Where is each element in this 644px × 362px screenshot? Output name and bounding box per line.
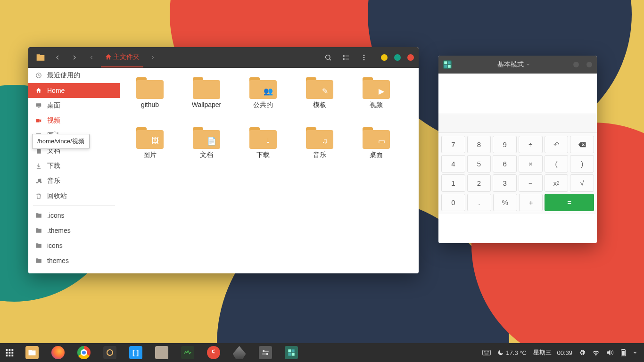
task-shotwell[interactable] xyxy=(97,343,123,362)
folder-item[interactable]: 👥公共的 xyxy=(237,74,289,122)
calc-key-6[interactable]: 6 xyxy=(493,155,517,173)
folder-item[interactable]: 🖼图片 xyxy=(124,124,176,172)
calc-key-1[interactable]: 1 xyxy=(441,174,465,192)
task-firefox[interactable] xyxy=(45,343,71,362)
sidebar-item-desktop[interactable]: 桌面 xyxy=(28,98,120,113)
calc-key-−[interactable]: − xyxy=(519,174,543,192)
taskbar[interactable]: [ ] ᑦ 17.3 °C 星期三 00:39 xyxy=(0,343,644,362)
calculator-mode-selector[interactable]: 基本模式 xyxy=(454,60,573,69)
folder-label: 桌面 xyxy=(370,151,383,159)
calc-key-([interactable]: ( xyxy=(545,155,569,173)
sidebar-bookmark[interactable]: .themes xyxy=(28,223,120,238)
network-indicator[interactable] xyxy=(592,349,600,356)
calc-key-√[interactable]: √ xyxy=(570,174,594,192)
calc-key-%[interactable]: % xyxy=(493,194,517,211)
svg-rect-1 xyxy=(343,55,345,57)
folder-item[interactable]: ▭桌面 xyxy=(350,124,402,172)
battery-indicator[interactable] xyxy=(620,349,626,356)
calc-key-)[interactable]: ) xyxy=(570,155,594,173)
download-icon xyxy=(35,162,42,170)
task-chrome[interactable] xyxy=(71,343,97,362)
task-calculator[interactable] xyxy=(278,343,304,362)
calc-key-4[interactable]: 4 xyxy=(441,155,465,173)
settings-indicator[interactable] xyxy=(579,349,586,356)
folder-item[interactable]: ▶视频 xyxy=(350,74,402,122)
sidebar-bookmark[interactable]: .icons xyxy=(28,208,120,223)
datetime-indicator[interactable]: 星期三 00:39 xyxy=(533,348,572,357)
nav-forward-button[interactable] xyxy=(67,50,82,65)
sidebar-item-recent[interactable]: 最近使用的 xyxy=(28,68,120,83)
calc-key-.[interactable]: . xyxy=(467,194,491,211)
task-brackets[interactable]: [ ] xyxy=(123,343,149,362)
sidebar-bookmark[interactable]: themes xyxy=(28,253,120,268)
calc-key-+[interactable]: + xyxy=(519,194,543,211)
system-tray: 17.3 °C 星期三 00:39 xyxy=(476,348,644,357)
calc-key-7[interactable]: 7 xyxy=(441,136,465,153)
sidebar-item-videos[interactable]: 视频 xyxy=(28,113,120,128)
window-minimize-button[interactable] xyxy=(381,54,388,61)
calc-key-=[interactable]: = xyxy=(545,194,594,211)
search-button[interactable] xyxy=(321,50,336,65)
calc-key-8[interactable]: 8 xyxy=(467,136,491,153)
folder-item[interactable]: ⭳下载 xyxy=(237,124,289,172)
kebab-icon xyxy=(360,54,368,61)
calc-key-⌫[interactable] xyxy=(570,136,594,153)
calc-key-↶[interactable]: ↶ xyxy=(545,136,569,153)
folder-icon: ♫ xyxy=(306,127,333,149)
svg-point-5 xyxy=(363,55,365,56)
svg-rect-28 xyxy=(264,351,268,352)
nav-back-button[interactable] xyxy=(50,50,65,65)
calc-minimize-button[interactable] xyxy=(573,62,579,67)
folder-item[interactable]: ✎模板 xyxy=(294,74,346,122)
chevron-indicator[interactable] xyxy=(633,350,637,355)
menu-button[interactable] xyxy=(356,50,372,65)
calc-key-5[interactable]: 5 xyxy=(467,155,491,173)
calc-key-3[interactable]: 3 xyxy=(493,174,517,192)
task-tweaks[interactable] xyxy=(252,343,278,362)
sidebar-item-music[interactable]: 音乐 xyxy=(28,173,120,189)
calc-key-2[interactable]: 2 xyxy=(467,174,491,192)
sidebar-item-downloads[interactable]: 下载 xyxy=(28,158,120,173)
keyboard-indicator[interactable] xyxy=(482,349,491,356)
task-file-manager[interactable] xyxy=(19,343,45,362)
sidebar-item-label: themes xyxy=(47,257,69,264)
sidebar-item-home[interactable]: Home xyxy=(28,83,120,98)
volume-icon xyxy=(606,349,614,356)
day-text: 星期三 xyxy=(533,348,552,357)
calc-key-0[interactable]: 0 xyxy=(441,194,465,211)
folder-item[interactable]: github xyxy=(124,74,176,122)
svg-rect-22 xyxy=(9,352,11,354)
view-mode-button[interactable] xyxy=(339,50,354,65)
file-manager-titlebar[interactable]: 主文件夹 xyxy=(28,47,419,68)
calc-key-x²[interactable]: x2 xyxy=(545,174,569,192)
file-manager-app-icon xyxy=(33,50,48,65)
folder-item[interactable]: ♫音乐 xyxy=(294,124,346,172)
calc-key-×[interactable]: × xyxy=(519,155,543,173)
applications-button[interactable] xyxy=(0,343,19,362)
calc-key-÷[interactable]: ÷ xyxy=(519,136,543,153)
apps-grid-icon xyxy=(5,348,14,357)
folder-item[interactable]: 📄文档 xyxy=(181,124,232,172)
window-close-button[interactable] xyxy=(407,54,414,61)
sidebar[interactable]: 最近使用的 Home 桌面 视频 图片 xyxy=(28,68,120,273)
task-monitor[interactable] xyxy=(174,343,200,362)
weather-indicator[interactable]: 17.3 °C xyxy=(497,349,527,356)
folder-item[interactable]: Wallpaper xyxy=(181,74,232,122)
sidebar-bookmark[interactable]: icons xyxy=(28,238,120,253)
task-inkscape[interactable] xyxy=(226,343,252,362)
volume-indicator[interactable] xyxy=(606,349,614,356)
breadcrumb-next-button[interactable] xyxy=(145,50,160,65)
calc-close-button[interactable] xyxy=(586,62,592,67)
task-blank[interactable] xyxy=(149,343,174,362)
calculator-titlebar[interactable]: 基本模式 xyxy=(438,56,597,74)
breadcrumb[interactable]: 主文件夹 xyxy=(101,48,143,67)
sidebar-item-trash[interactable]: 回收站 xyxy=(28,189,120,204)
svg-rect-30 xyxy=(262,354,266,354)
task-netease[interactable]: ᑦ xyxy=(200,343,226,362)
window-maximize-button[interactable] xyxy=(394,54,401,61)
calc-key-9[interactable]: 9 xyxy=(493,136,517,153)
calculator-entry[interactable] xyxy=(438,114,597,132)
folder-content[interactable]: githubWallpaper👥公共的✎模板▶视频🖼图片📄文档⭳下载♫音乐▭桌面 xyxy=(120,68,419,273)
breadcrumb-prev-button[interactable] xyxy=(84,50,99,65)
desktop: 主文件夹 最近使用的 xyxy=(0,0,644,362)
